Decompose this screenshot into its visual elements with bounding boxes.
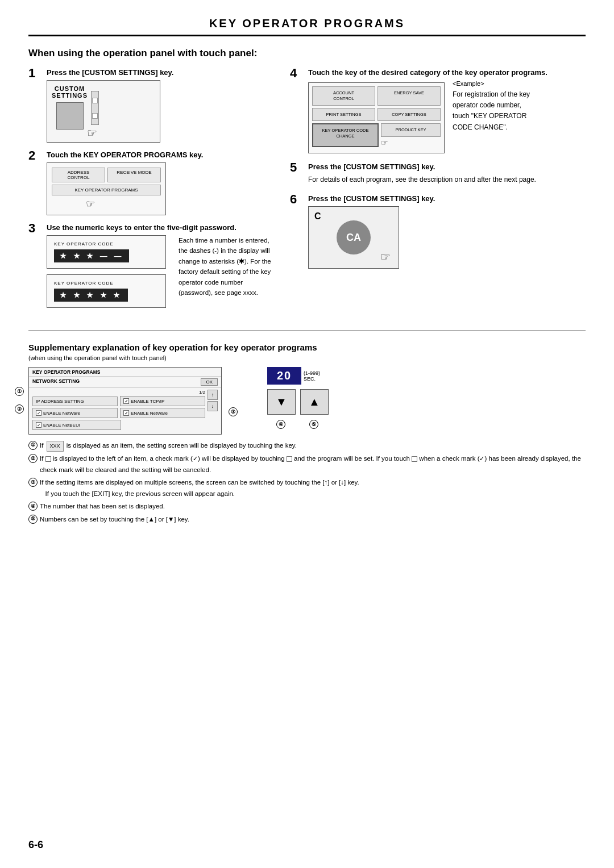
step-3-content: Use the numeric keys to enter the five-d… xyxy=(47,223,273,314)
op-code-box-1: KEY OPERATOR CODE ★ ★ ★ — — xyxy=(47,235,166,269)
net-arrow-col: ↑ ↓ xyxy=(208,390,218,411)
checkbox-netbeui[interactable]: ✓ xyxy=(36,422,42,428)
num-panel-container: 20 (1-999) SEC. ▼ ▲ ④ xyxy=(267,367,329,429)
cat-row-2: PRINT SETTINGS COPY SETTINGS xyxy=(312,108,441,122)
cat-btn-copy[interactable]: COPY SETTINGS xyxy=(377,108,441,122)
c-label: C xyxy=(314,211,321,222)
kop-btn-programs: KEY OPERATOR PROGRAMS xyxy=(52,185,161,195)
panel-indicator-2 xyxy=(92,113,98,119)
note-2-circle: ② xyxy=(28,454,38,463)
net-up-arrow[interactable]: ↑ xyxy=(208,390,218,400)
notes-list: ① If XXX is displayed as an item, the se… xyxy=(28,440,586,525)
net-enable-netware-2[interactable]: ✓ ENABLE NetWare xyxy=(120,408,205,418)
op-code-label-1: KEY OPERATOR CODE xyxy=(54,241,159,247)
step-2: 2 Touch the KEY OPERATOR PROGRAMS key. A… xyxy=(28,151,273,215)
note-4: ④ The number that has been set is displa… xyxy=(28,501,586,512)
note-5: ⑤ Numbers can be set by touching the [▲]… xyxy=(28,514,586,525)
note-5-circle: ⑤ xyxy=(28,515,38,524)
step-3-number: 3 xyxy=(28,222,44,235)
checkbox-tcp[interactable]: ✓ xyxy=(123,398,129,404)
cat-btn-product[interactable]: PRODUCT KEY xyxy=(381,123,441,137)
panel-indicator xyxy=(92,98,98,103)
step-5-description: For details of each program, see the des… xyxy=(308,174,586,185)
page-title: KEY OPERATOR PROGRAMS xyxy=(28,17,586,30)
supplementary-section: Supplementary explanation of key operati… xyxy=(28,343,586,525)
step-1-content: Press the [CUSTOM SETTINGS] key. CUSTOM … xyxy=(47,68,273,143)
net-panel-header: KEY OPERATOR PROGRAMS xyxy=(29,368,221,377)
net-enable-netware-1[interactable]: ✓ ENABLE NetWare xyxy=(32,408,118,418)
num-panel: 20 (1-999) SEC. ▼ ▲ ④ xyxy=(267,367,329,429)
page: KEY OPERATOR PROGRAMS When using the ope… xyxy=(0,0,614,868)
checkbox-netware-2[interactable]: ✓ xyxy=(123,410,129,416)
ca-label: CA xyxy=(346,232,361,244)
net-panel-main: 1/2 IP ADDRESS SETTING ✓ ENABLE TCP/IP xyxy=(32,390,218,432)
note-3: ③ If the setting items are displayed on … xyxy=(28,477,586,499)
checkbox-netware-1[interactable]: ✓ xyxy=(36,410,42,416)
xxx-label: XXX xyxy=(47,441,64,452)
note-2: ② If is displayed to the left of an item… xyxy=(28,453,586,475)
net-panel-header-left: KEY OPERATOR PROGRAMS xyxy=(32,369,101,375)
step-3-details: KEY OPERATOR CODE ★ ★ ★ — — KEY OPERATOR… xyxy=(47,235,273,314)
cat-btn-keyop[interactable]: KEY OPERATOR CODECHANGE xyxy=(312,123,379,147)
net-panel-sub-title: NETWORK SETTING xyxy=(32,378,80,386)
note-5-text: Numbers can be set by touching the [▲] o… xyxy=(40,514,189,525)
net-page-indicator: 1/2 xyxy=(32,390,205,395)
net-down-arrow[interactable]: ↓ xyxy=(208,401,218,411)
note-1: ① If XXX is displayed as an item, the se… xyxy=(28,440,586,452)
note-4-text: The number that has been set is displaye… xyxy=(40,501,165,512)
kop-btn-address: ADDRESSCONTROL xyxy=(52,168,105,182)
net-enable-tcp[interactable]: ✓ ENABLE TCP/IP xyxy=(120,396,205,406)
net-panel-ok[interactable]: OK xyxy=(201,378,218,386)
net-ip-address[interactable]: IP ADDRESS SETTING xyxy=(32,397,118,406)
step-3-displays: KEY OPERATOR CODE ★ ★ ★ — — KEY OPERATOR… xyxy=(47,235,166,314)
step-6-number: 6 xyxy=(290,193,306,206)
kop-illustration: ADDRESSCONTROL RECEIVE MODE KEY OPERATOR… xyxy=(47,162,166,215)
num-down-btn[interactable]: ▼ xyxy=(267,389,296,415)
num-up-btn[interactable]: ▲ xyxy=(300,389,329,415)
step-4-details: ACCOUNTCONTROL ENERGY SAVE PRINT SETTING… xyxy=(308,80,586,153)
ca-button[interactable]: CA xyxy=(337,220,371,254)
custom-settings-button[interactable] xyxy=(56,102,84,130)
net-enable-netbeui[interactable]: ✓ ENABLE NetBEUI xyxy=(32,420,121,430)
finger-icon-6: ☞ xyxy=(380,250,391,264)
op-code-value-1: ★ ★ ★ — — xyxy=(54,249,129,262)
step-3: 3 Use the numeric keys to enter the five… xyxy=(28,223,273,314)
num-range: (1-999) xyxy=(304,370,320,376)
finger-icon-4: ☞ xyxy=(381,138,441,147)
right-column: 4 Touch the key of the desired category … xyxy=(290,68,586,322)
category-grid: ACCOUNTCONTROL ENERGY SAVE PRINT SETTING… xyxy=(308,82,445,153)
cat-right-col: PRODUCT KEY ☞ xyxy=(381,123,441,147)
step-3-label: Use the numeric keys to enter the five-d… xyxy=(47,223,273,232)
net-panel-body: 1/2 IP ADDRESS SETTING ✓ ENABLE TCP/IP xyxy=(29,387,221,434)
circle-1-marker: ① xyxy=(15,386,25,396)
step-4-label: Touch the key of the desired category of… xyxy=(308,68,586,77)
net-panel-subheader: NETWORK SETTING OK xyxy=(29,377,221,387)
circle-4-label: ④ xyxy=(267,419,296,429)
checkbox-placeholder-3 xyxy=(412,456,417,462)
op-code-value-2: ★ ★ ★ ★ ★ xyxy=(54,289,128,302)
num-display: 20 xyxy=(267,367,301,385)
num-btn-labels: ④ ⑤ xyxy=(267,419,329,429)
section-title: When using the operation panel with touc… xyxy=(28,48,586,59)
num-range-sec: (1-999) SEC. xyxy=(304,370,320,382)
step-1: 1 Press the [CUSTOM SETTINGS] key. CUSTO… xyxy=(28,68,273,143)
num-top-row: 20 (1-999) SEC. xyxy=(267,367,320,385)
check-mark-2: ✓ xyxy=(479,455,484,462)
num-unit: SEC. xyxy=(304,376,320,382)
step-4-example: <Example> For registration of the key op… xyxy=(453,80,530,133)
cat-btn-print[interactable]: PRINT SETTINGS xyxy=(312,108,375,122)
network-panel: KEY OPERATOR PROGRAMS NETWORK SETTING OK… xyxy=(28,367,222,435)
step-5-label: Press the [CUSTOM SETTINGS] key. xyxy=(308,162,586,171)
cat-btn-energy[interactable]: ENERGY SAVE xyxy=(377,86,441,106)
note-4-circle: ④ xyxy=(28,502,38,511)
step-1-number: 1 xyxy=(28,67,44,80)
supplementary-subtitle: (when using the operation panel with tou… xyxy=(28,354,586,361)
note-1-circle: ① xyxy=(28,441,38,450)
page-header: KEY OPERATOR PROGRAMS xyxy=(28,17,586,36)
cat-btn-account[interactable]: ACCOUNTCONTROL xyxy=(312,86,375,106)
kop-btn-receive: RECEIVE MODE xyxy=(107,168,161,182)
example-label: <Example> xyxy=(453,80,530,87)
left-column: 1 Press the [CUSTOM SETTINGS] key. CUSTO… xyxy=(28,68,273,322)
net-row-1: IP ADDRESS SETTING ✓ ENABLE TCP/IP xyxy=(32,396,205,406)
circle-3-marker: ③ xyxy=(229,407,239,416)
